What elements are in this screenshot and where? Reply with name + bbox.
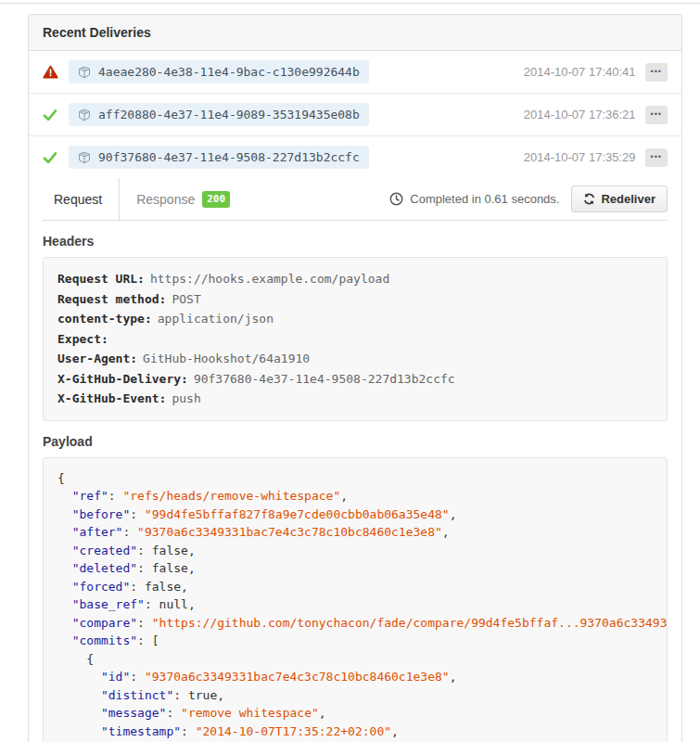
clock-icon: [389, 192, 403, 206]
payload-line: "message": "remove whitespace",: [57, 704, 653, 723]
payload-line: "commits": [: [57, 632, 653, 650]
delivery-guid: 90f37680-4e37-11e4-9508-227d13b2ccfc: [98, 150, 360, 164]
payload-line: "id": "9370a6c3349331bac7e4c3c78c10bc846…: [57, 668, 653, 686]
payload-line: "ref": "refs/heads/remove-whitespace",: [57, 487, 653, 505]
payload-line: "forced": false,: [57, 578, 653, 596]
tab-bar: Request Response 200 Completed in 0.61 s…: [43, 178, 668, 221]
header-line: Request URL:https://hooks.example.com/pa…: [57, 269, 653, 289]
check-icon: [43, 109, 57, 122]
delivery-options-button[interactable]: •••: [645, 63, 668, 82]
headers-section-title: Headers: [43, 234, 668, 249]
detail-body: Headers Request URL:https://hooks.exampl…: [29, 234, 681, 742]
warning-icon: [43, 65, 58, 79]
package-icon: [78, 151, 91, 164]
header-line: Request method:POST: [57, 289, 653, 310]
delivery-status-success: [43, 151, 60, 164]
response-status-badge: 200: [202, 191, 230, 208]
tab-response[interactable]: Response 200: [120, 178, 247, 220]
delivery-guid: 4aeae280-4e38-11e4-9bac-c130e992644b: [98, 65, 360, 79]
payload-code: { "ref": "refs/heads/remove-whitespace",…: [43, 457, 668, 742]
top-divider: [0, 3, 700, 4]
redeliver-button[interactable]: Redeliver: [571, 186, 668, 212]
panel-header: Recent Deliveries: [29, 15, 681, 51]
delivery-id-button[interactable]: aff20880-4e37-11e4-9089-35319435e08b: [69, 103, 369, 126]
headers-box: Request URL:https://hooks.example.com/pa…: [43, 257, 668, 421]
payload-line: "timestamp": "2014-10-07T17:35:22+02:00"…: [57, 723, 653, 741]
delivery-row: 4aeae280-4e38-11e4-9bac-c130e992644b 201…: [29, 51, 681, 93]
check-icon: [43, 151, 57, 164]
package-icon: [78, 109, 91, 122]
payload-line: "created": false,: [57, 542, 653, 560]
payload-line: "after": "9370a6c3349331bac7e4c3c78c10bc…: [57, 523, 653, 542]
delivery-status-error: [43, 65, 60, 79]
delivery-timestamp: 2014-10-07 17:36:21: [524, 108, 636, 122]
payload-line: {: [57, 650, 653, 669]
delivery-id-button[interactable]: 4aeae280-4e38-11e4-9bac-c130e992644b: [69, 60, 369, 83]
delivery-timestamp: 2014-10-07 17:35:29: [524, 150, 636, 164]
delivery-options-button[interactable]: •••: [645, 148, 668, 167]
recent-deliveries-panel: Recent Deliveries 4aeae280-4e38-11e4-9ba…: [28, 14, 682, 742]
redeliver-label: Redeliver: [601, 192, 655, 206]
tab-response-label: Response: [136, 192, 195, 207]
payload-line: "compare": "https://github.com/tonychaco…: [57, 614, 653, 633]
payload-section-title: Payload: [43, 434, 668, 449]
header-line: User-Agent:GitHub-Hookshot/64a1910: [57, 349, 653, 369]
header-line: content-type:application/json: [57, 309, 653, 329]
tab-bar-right: Completed in 0.61 seconds. Redeliver: [389, 186, 668, 212]
delivery-timestamp: 2014-10-07 17:40:41: [524, 65, 636, 79]
delivery-status-success: [43, 109, 60, 122]
delivery-row: aff20880-4e37-11e4-9089-35319435e08b 201…: [29, 93, 681, 135]
tab-request[interactable]: Request: [43, 178, 120, 220]
sync-icon: [583, 193, 595, 205]
delivery-options-button[interactable]: •••: [645, 106, 668, 124]
delivery-id-button[interactable]: 90f37680-4e37-11e4-9508-227d13b2ccfc: [69, 146, 369, 169]
payload-line: {: [57, 469, 653, 488]
payload-line: "base_ref": null,: [57, 595, 653, 614]
header-line: Expect:: [57, 329, 653, 350]
completed-text: Completed in 0.61 seconds.: [410, 192, 559, 206]
header-line: X-GitHub-Delivery:90f37680-4e37-11e4-950…: [57, 369, 653, 390]
delivery-detail: Request Response 200 Completed in 0.61 s…: [29, 178, 681, 742]
delivery-guid: aff20880-4e37-11e4-9089-35319435e08b: [98, 108, 360, 122]
payload-line: "deleted": false,: [57, 559, 653, 578]
payload-line: "before": "99d4fe5bffaf827f8a9e7cde00cbb…: [57, 505, 653, 524]
payload-line: "distinct": true,: [57, 686, 653, 705]
panel-title: Recent Deliveries: [43, 25, 151, 40]
package-icon: [78, 66, 91, 79]
delivery-row: 90f37680-4e37-11e4-9508-227d13b2ccfc 201…: [29, 135, 681, 178]
header-line: X-GitHub-Event:push: [57, 389, 653, 409]
tab-request-label: Request: [54, 192, 102, 207]
delivery-list: 4aeae280-4e38-11e4-9bac-c130e992644b 201…: [29, 51, 681, 178]
